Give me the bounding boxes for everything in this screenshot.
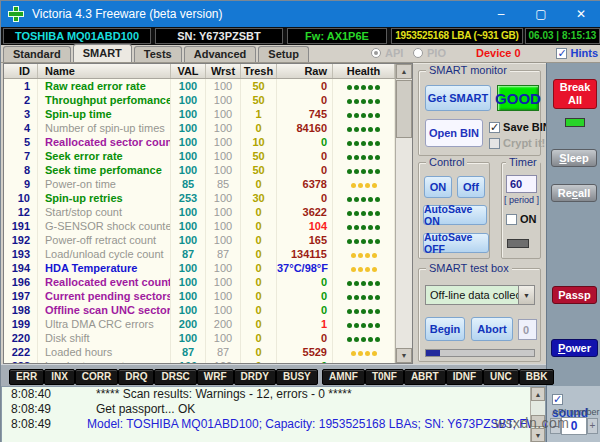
minimize-button[interactable]: – [481, 1, 521, 27]
sleep-button[interactable]: Sleep [551, 149, 597, 167]
crypt-checkbox[interactable] [489, 138, 500, 149]
abort-button[interactable]: Abort [471, 317, 513, 341]
timer-group: Timer 60 [ period ] ON [501, 162, 541, 259]
window-title: Victoria 4.3 Freeware (beta version) [32, 7, 223, 21]
begin-button[interactable]: Begin [425, 317, 465, 341]
tab-smart[interactable]: SMART [73, 44, 132, 62]
health-dots [347, 221, 380, 234]
smart-off-button[interactable]: Off [457, 176, 485, 198]
save-bin-label: Save BIN [503, 121, 551, 133]
table-row[interactable]: 8Seek time perfomance100100500 [4, 163, 395, 177]
health-dots [347, 137, 380, 150]
smart-status-indicator: GOOD [497, 85, 539, 111]
table-row[interactable]: 4Number of spin-up times100100084160 [4, 121, 395, 135]
timer-on-checkbox[interactable] [506, 214, 517, 225]
recall-button[interactable]: Recall [551, 184, 597, 202]
get-smart-button[interactable]: Get SMART [425, 85, 491, 111]
table-row[interactable]: 223Load retry count10010000 [4, 359, 395, 363]
header-id[interactable]: ID [4, 64, 38, 78]
health-dots [347, 333, 380, 346]
log-line: 8:08:49Model: TOSHIBA MQ01ABD100; Capaci… [2, 417, 545, 432]
power-button[interactable]: Power [551, 339, 598, 357]
dropdown-arrow-icon[interactable]: ▼ [518, 286, 534, 304]
flag-busy: BUSY [276, 369, 318, 385]
header-wrst[interactable]: Wrst [206, 64, 241, 78]
table-row[interactable]: 193Load/unload cycle count87870134115 [4, 247, 395, 261]
control-group: Control ON Off AutoSave ON AutoSave OFF [418, 162, 490, 259]
smart-monitor-group: SMART monitor Get SMART GOOD Open BIN Sa… [418, 70, 541, 156]
test-select-value: Off-line data collect [426, 289, 518, 301]
table-row[interactable]: 194HDA Temperature100100037°C/98°F [4, 261, 395, 275]
header-val[interactable]: VAL [171, 64, 206, 78]
tab-advanced[interactable]: Advanced [184, 46, 257, 62]
flag-idnf: IDNF [446, 369, 483, 385]
table-row[interactable]: 2Throughput perfomance100100500 [4, 93, 395, 107]
header-name[interactable]: Name [38, 64, 171, 78]
scrollbar-thumb[interactable] [396, 80, 412, 138]
status-flag-bar: ERRINXCORRDRQDRSCWRFDRDYBUSY AMNFT0NFABR… [1, 364, 546, 386]
timer-title: Timer [506, 156, 540, 168]
close-button[interactable]: ✕ [561, 1, 600, 27]
health-dots [347, 123, 380, 136]
log-message: ***** Scan results: Warnings - 12, error… [60, 387, 352, 402]
table-row[interactable]: 9Power-on time858506378 [4, 177, 395, 191]
tab-tests[interactable]: Tests [134, 46, 182, 62]
health-dots [351, 249, 377, 262]
open-bin-button[interactable]: Open BIN [425, 119, 483, 147]
passp-button[interactable]: Passp [552, 286, 597, 304]
flag-drdy: DRDY [234, 369, 276, 385]
test-select[interactable]: Off-line data collect ▼ [425, 285, 535, 305]
smart-table-body: 1Raw read error rate1001005002Throughput… [4, 79, 395, 363]
log-panel: 8:08:40***** Scan results: Warnings - 12… [1, 386, 546, 442]
header-health[interactable]: Health [333, 64, 395, 78]
flag-err: ERR [9, 369, 44, 385]
table-row[interactable]: 12Start/stop count10010003622 [4, 205, 395, 219]
test-counter-field[interactable]: 0 [518, 319, 537, 340]
sound-checkbox[interactable] [552, 394, 563, 405]
scroll-up-icon[interactable]: ▲ [396, 64, 412, 79]
test-progress-bar [425, 349, 535, 357]
table-row[interactable]: 196Reallocated event count10010000 [4, 275, 395, 289]
smart-on-button[interactable]: ON [424, 176, 452, 198]
table-row[interactable]: 199Ultra DMA CRC errors20020001 [4, 317, 395, 331]
table-row[interactable]: 5Reallocated sector count100100100 [4, 135, 395, 149]
table-row[interactable]: 7Seek error rate100100500 [4, 149, 395, 163]
smart-test-group: SMART test box Off-line data collect ▼ B… [418, 268, 541, 362]
table-scrollbar[interactable]: ▲ ▼ [395, 64, 412, 363]
table-header: ID Name VAL Wrst Tresh Raw Health [4, 64, 412, 79]
pio-radio[interactable] [413, 48, 423, 58]
health-dots [347, 95, 380, 108]
tabs-container: StandardSMARTTestsAdvancedSetup [3, 44, 311, 62]
table-row[interactable]: 1Raw read error rate100100500 [4, 79, 395, 93]
table-row[interactable]: 10Spin-up retries253100300 [4, 191, 395, 205]
table-row[interactable]: 197Current pending sectors10010000 [4, 289, 395, 303]
table-row[interactable]: 222Loaded hours878705529 [4, 345, 395, 359]
tab-setup[interactable]: Setup [258, 46, 309, 62]
spinner-plus-button[interactable]: + [587, 418, 598, 434]
header-raw[interactable]: Raw [277, 64, 333, 78]
tab-standard[interactable]: Standard [3, 46, 71, 62]
hints-checkbox[interactable] [556, 48, 567, 59]
health-dots [347, 81, 380, 94]
api-radio[interactable] [371, 48, 381, 58]
scroll-down-icon[interactable]: ▼ [396, 348, 412, 363]
smart-monitor-title: SMART monitor [426, 64, 510, 76]
autosave-on-button[interactable]: AutoSave ON [423, 205, 487, 225]
timer-input[interactable]: 60 [506, 175, 537, 193]
table-row[interactable]: 198Offline scan UNC sectors10010000 [4, 303, 395, 317]
smart-attribute-table: ID Name VAL Wrst Tresh Raw Health 1Raw r… [3, 63, 413, 364]
table-row[interactable]: 3Spin-up time1001001745 [4, 107, 395, 121]
log-scroll-up-icon[interactable]: ▲ [531, 387, 545, 401]
table-row[interactable]: 191G-SENSOR shock counter1001000104 [4, 219, 395, 233]
break-all-button[interactable]: Break All [553, 79, 597, 109]
maximize-button[interactable]: ▢ [521, 1, 561, 27]
save-bin-checkbox[interactable] [489, 122, 500, 133]
autosave-off-button[interactable]: AutoSave OFF [423, 233, 489, 253]
header-tresh[interactable]: Tresh [241, 64, 277, 78]
health-dots [347, 207, 380, 220]
flag-drsc: DRSC [154, 369, 196, 385]
table-row[interactable]: 220Disk shift10010000 [4, 331, 395, 345]
flag-inx: INX [44, 369, 75, 385]
table-row[interactable]: 192Power-off retract count1001000165 [4, 233, 395, 247]
log-message: Get passport... OK [60, 402, 195, 417]
